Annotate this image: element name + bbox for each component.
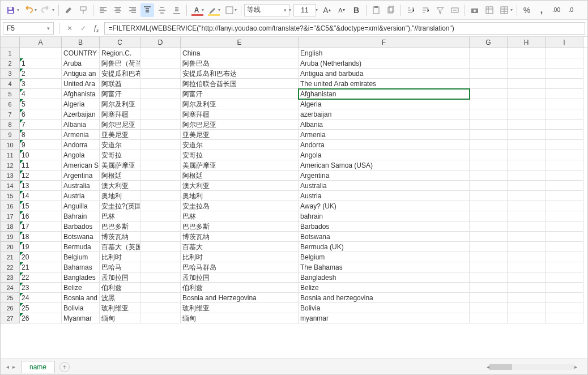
- align-top-icon[interactable]: [140, 3, 154, 17]
- cell[interactable]: [470, 58, 508, 69]
- dropdown-arrow-icon[interactable]: ▾: [47, 25, 50, 31]
- cell[interactable]: 阿富汗: [100, 89, 140, 99]
- cell[interactable]: [508, 221, 546, 232]
- cell[interactable]: [508, 242, 546, 252]
- cell[interactable]: [508, 48, 546, 58]
- cell[interactable]: 14: [20, 191, 62, 201]
- cell[interactable]: Bahrain: [62, 211, 100, 221]
- cell[interactable]: 安提瓜岛和巴布达: [181, 69, 299, 79]
- cell[interactable]: [470, 262, 508, 272]
- cell[interactable]: 伯利兹: [100, 283, 140, 293]
- cell[interactable]: English: [299, 48, 470, 58]
- cell[interactable]: Armenia: [299, 130, 470, 140]
- cell[interactable]: Andorra: [299, 140, 470, 150]
- cell[interactable]: 安提瓜和巴布达: [100, 69, 140, 79]
- cell[interactable]: [508, 150, 546, 160]
- cell[interactable]: 18: [20, 232, 62, 242]
- bold-icon[interactable]: B: [350, 3, 363, 17]
- cell[interactable]: Argentina: [299, 171, 470, 181]
- cell[interactable]: 美属萨摩亚: [181, 160, 299, 171]
- cell[interactable]: Barbados: [62, 221, 100, 232]
- cell[interactable]: Austria: [62, 191, 100, 201]
- cell[interactable]: [140, 140, 181, 150]
- cell[interactable]: 17: [20, 221, 62, 232]
- select-all-corner[interactable]: [1, 37, 20, 48]
- cell[interactable]: [508, 120, 546, 130]
- cell[interactable]: Bosnia and: [62, 293, 100, 303]
- cell[interactable]: Armenia: [62, 130, 100, 140]
- cell[interactable]: [140, 232, 181, 242]
- cell[interactable]: [470, 211, 508, 221]
- row-header[interactable]: 3: [1, 69, 20, 79]
- cell[interactable]: 5: [20, 99, 62, 109]
- cell[interactable]: 21: [20, 262, 62, 272]
- filter-icon[interactable]: [433, 3, 447, 17]
- cell[interactable]: [546, 191, 583, 201]
- cell[interactable]: [546, 130, 583, 140]
- cell[interactable]: 9: [20, 140, 62, 150]
- cell[interactable]: American S: [62, 160, 100, 171]
- dropdown-arrow-icon[interactable]: ▾: [202, 7, 204, 12]
- dropdown-arrow-icon[interactable]: ▾: [510, 7, 513, 12]
- dropdown-arrow-icon[interactable]: ▾: [17, 7, 19, 12]
- cell[interactable]: [470, 150, 508, 160]
- cell[interactable]: 6: [20, 109, 62, 120]
- cell[interactable]: 伯利兹: [181, 283, 299, 293]
- cell[interactable]: Albania: [299, 120, 470, 130]
- cell[interactable]: [546, 221, 583, 232]
- cell[interactable]: [546, 303, 583, 313]
- cell[interactable]: bahrain: [299, 211, 470, 221]
- cell[interactable]: [470, 181, 508, 191]
- cell[interactable]: COUNTRY: [62, 48, 100, 58]
- cell[interactable]: 22: [20, 272, 62, 283]
- cell[interactable]: 25: [20, 303, 62, 313]
- cell[interactable]: 阿尔巴尼亚: [181, 120, 299, 130]
- cell[interactable]: 阿联酋: [100, 79, 140, 89]
- cell[interactable]: 4: [20, 89, 62, 99]
- cell[interactable]: [140, 303, 181, 313]
- cell[interactable]: Australia: [62, 181, 100, 191]
- cell[interactable]: [470, 120, 508, 130]
- cell[interactable]: Barbados: [299, 221, 470, 232]
- percent-icon[interactable]: %: [520, 3, 534, 17]
- cell[interactable]: 巴哈马: [100, 262, 140, 272]
- cell[interactable]: 亚美尼亚: [181, 130, 299, 140]
- row-header[interactable]: 16: [1, 201, 20, 211]
- cell[interactable]: [508, 262, 546, 272]
- row-header[interactable]: 25: [1, 293, 20, 303]
- column-header[interactable]: H: [508, 37, 546, 48]
- column-header[interactable]: I: [546, 37, 583, 48]
- cell[interactable]: 安道尔: [181, 140, 299, 150]
- cell[interactable]: [546, 283, 583, 293]
- cell[interactable]: [140, 293, 181, 303]
- column-header[interactable]: A: [20, 37, 62, 48]
- cell[interactable]: [140, 221, 181, 232]
- cell[interactable]: Austria: [299, 191, 470, 201]
- cell[interactable]: 1: [20, 58, 62, 69]
- row-header[interactable]: 24: [1, 283, 20, 293]
- dropdown-arrow-icon[interactable]: ▾: [218, 7, 220, 12]
- increase-decimal-icon[interactable]: .00: [549, 3, 563, 17]
- cell[interactable]: [546, 89, 583, 99]
- cell[interactable]: 26: [20, 313, 62, 323]
- freeze-panes-icon[interactable]: [483, 3, 496, 17]
- cell[interactable]: 比利时: [181, 252, 299, 262]
- row-header[interactable]: 15: [1, 191, 20, 201]
- cell[interactable]: [140, 69, 181, 79]
- cell[interactable]: 博茨瓦纳: [181, 232, 299, 242]
- cell[interactable]: United Ara: [62, 79, 100, 89]
- cell[interactable]: 亚美尼亚: [100, 130, 140, 140]
- cell[interactable]: 20: [20, 252, 62, 262]
- cell[interactable]: [508, 58, 546, 69]
- cell[interactable]: [508, 160, 546, 171]
- cell[interactable]: Aruba: [62, 58, 100, 69]
- cell[interactable]: 11: [20, 160, 62, 171]
- comma-icon[interactable]: ,: [535, 3, 548, 17]
- cell[interactable]: 安哥拉: [100, 150, 140, 160]
- cell[interactable]: Bolivia: [299, 303, 470, 313]
- cell[interactable]: 8: [20, 130, 62, 140]
- cell[interactable]: 巴林: [181, 211, 299, 221]
- save-icon[interactable]: [4, 3, 18, 17]
- cell[interactable]: Antigua and barbuda: [299, 69, 470, 79]
- row-header[interactable]: 19: [1, 232, 20, 242]
